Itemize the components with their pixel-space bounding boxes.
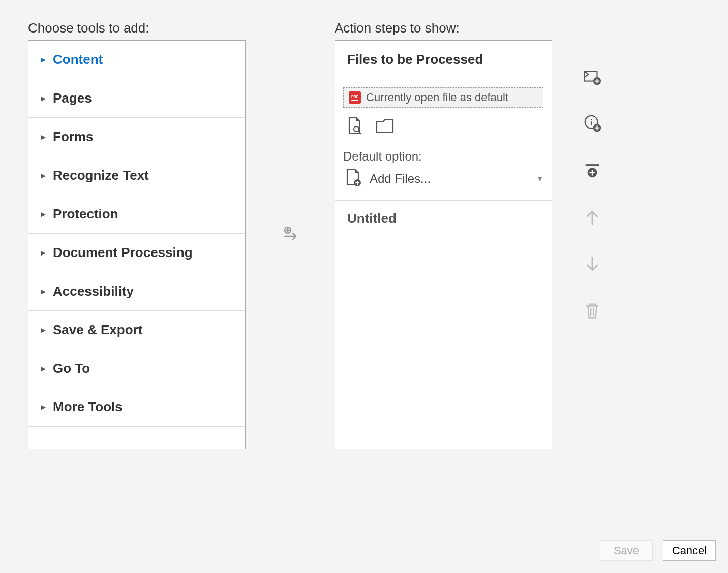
category-label: Go To (53, 361, 90, 376)
current-file-chip-label: Currently open file as default (366, 91, 508, 104)
files-to-process-header: Files to be Processed (335, 41, 552, 79)
chevron-right-icon: ▶ (41, 365, 47, 372)
tool-categories-panel: ▶ Content ▶ Pages ▶ Forms ▶ Recognize Te… (28, 40, 246, 449)
chevron-right-icon: ▶ (41, 403, 47, 411)
choose-tools-heading: Choose tools to add: (28, 20, 246, 36)
action-steps-panel: Files to be Processed PDF Currently open… (335, 40, 552, 449)
category-label: Recognize Text (53, 168, 149, 183)
category-label: Protection (53, 206, 118, 222)
chevron-right-icon: ▶ (41, 133, 47, 141)
chevron-right-icon: ▶ (41, 172, 47, 179)
delete-button[interactable] (581, 300, 603, 322)
default-option-label: Default option: (343, 149, 543, 164)
category-label: Forms (53, 129, 93, 145)
pdf-icon: PDF (349, 91, 361, 104)
category-label: Pages (53, 90, 92, 106)
default-option-value: Add Files... (370, 172, 530, 186)
browse-folder-icon[interactable] (375, 116, 395, 138)
chevron-right-icon: ▶ (41, 56, 47, 63)
category-content[interactable]: ▶ Content (28, 41, 245, 79)
chevron-right-icon: ▶ (41, 210, 47, 218)
action-name-header[interactable]: Untitled (335, 201, 552, 237)
category-pages[interactable]: ▶ Pages (28, 79, 245, 118)
category-label: Save & Export (53, 322, 142, 338)
category-label: More Tools (53, 399, 123, 415)
category-recognize-text[interactable]: ▶ Recognize Text (28, 156, 245, 195)
category-label: Content (53, 52, 103, 68)
chevron-right-icon: ▶ (41, 288, 47, 295)
action-steps-heading: Action steps to show: (335, 20, 552, 36)
dropdown-arrow-icon: ▼ (536, 175, 543, 183)
save-button[interactable]: Save (600, 540, 653, 561)
category-more-tools[interactable]: ▶ More Tools (28, 388, 245, 427)
add-divider-button[interactable] (581, 160, 603, 182)
add-panel-button[interactable] (581, 66, 603, 88)
category-protection[interactable]: ▶ Protection (28, 195, 245, 234)
category-forms[interactable]: ▶ Forms (28, 118, 245, 156)
category-label: Accessibility (53, 283, 134, 299)
add-to-right-icon[interactable] (282, 225, 299, 244)
move-down-button[interactable] (581, 253, 603, 275)
browse-file-icon[interactable] (344, 116, 365, 138)
move-up-button[interactable] (581, 206, 603, 229)
category-document-processing[interactable]: ▶ Document Processing (28, 234, 245, 272)
add-instruction-button[interactable] (581, 113, 603, 135)
svg-point-3 (354, 126, 359, 132)
cancel-button[interactable]: Cancel (663, 540, 716, 561)
chevron-right-icon: ▶ (41, 249, 47, 257)
chevron-right-icon: ▶ (41, 326, 47, 334)
category-go-to[interactable]: ▶ Go To (28, 349, 245, 388)
chevron-right-icon: ▶ (41, 94, 47, 102)
current-file-chip[interactable]: PDF Currently open file as default (343, 87, 543, 108)
category-save-export[interactable]: ▶ Save & Export (28, 311, 245, 349)
category-accessibility[interactable]: ▶ Accessibility (28, 272, 245, 311)
default-option-dropdown[interactable]: Add Files... ▼ (343, 168, 543, 190)
category-label: Document Processing (53, 245, 193, 261)
add-file-icon (343, 168, 363, 190)
